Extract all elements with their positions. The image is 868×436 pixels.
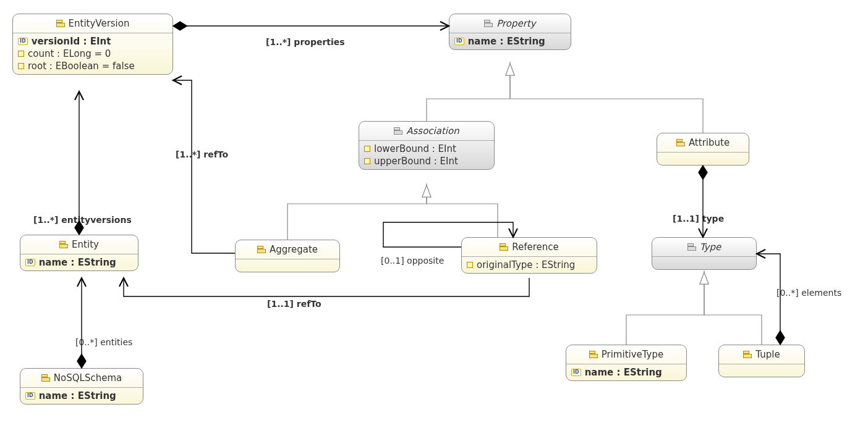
edge-label-elements: [0..*] elements (777, 288, 841, 298)
attr-text: lowerBound : EInt (374, 143, 456, 154)
attr-text: upperBound : EInt (374, 156, 458, 167)
class-title: Attribute (689, 137, 730, 148)
attr-text: name : EString (585, 367, 662, 378)
id-attr-icon: ID (25, 392, 35, 400)
attr-text: count : ELong = 0 (28, 48, 111, 59)
attr-text: root : EBoolean = false (28, 61, 135, 72)
class-title: EntityVersion (69, 18, 130, 29)
class-attribute[interactable]: Attribute (657, 133, 749, 166)
attr-icon (18, 63, 24, 69)
class-title: Reference (512, 241, 559, 253)
attr-icon (467, 262, 473, 268)
class-icon (500, 243, 508, 251)
class-icon (41, 374, 50, 382)
edge-label-entityversions: [1..*] entityversions (33, 215, 132, 225)
class-type[interactable]: Type (652, 237, 757, 270)
class-icon (743, 351, 752, 358)
attr-text: name : EString (39, 257, 116, 268)
abstract-class-icon (394, 127, 402, 135)
class-primitivetype[interactable]: PrimitiveType ID name : EString (566, 345, 687, 381)
class-entity[interactable]: Entity ID name : EString (20, 235, 138, 271)
id-attr-icon: ID (25, 259, 35, 266)
class-icon (676, 139, 685, 146)
class-icon (56, 20, 65, 27)
class-reference[interactable]: Reference originalType : EString (461, 237, 597, 274)
class-tuple[interactable]: Tuple (718, 345, 805, 377)
diagram-canvas: EntityVersion ID versionId : EInt count … (0, 0, 868, 436)
edge-label-opposite: [0..1] opposite (381, 256, 444, 266)
id-attr-icon: ID (571, 369, 581, 376)
class-property[interactable]: Property ID name : EString (449, 14, 571, 50)
attr-icon (18, 51, 24, 57)
attr-icon (364, 146, 370, 152)
attr-text: name : EString (39, 390, 116, 401)
class-entityversion[interactable]: EntityVersion ID versionId : EInt count … (12, 14, 173, 75)
class-title: PrimitiveType (602, 349, 664, 360)
class-aggregate[interactable]: Aggregate (235, 240, 340, 272)
attr-text: name : EString (468, 36, 545, 47)
abstract-class-icon (484, 20, 493, 27)
class-title: Entity (72, 239, 99, 250)
class-association[interactable]: Association lowerBound : EInt upperBound… (359, 121, 495, 170)
class-title: Type (700, 241, 721, 253)
attr-text: originalType : EString (477, 259, 575, 270)
class-icon (257, 246, 266, 253)
attr-text: versionId : EInt (32, 36, 111, 47)
edge-label-type: [1..1] type (673, 214, 724, 224)
id-attr-icon: ID (18, 38, 28, 45)
class-title: Aggregate (270, 244, 318, 255)
edge-label-refto-reference: [1..1] refTo (267, 299, 321, 309)
abstract-class-icon (687, 243, 696, 251)
class-icon (59, 241, 68, 248)
class-title: NoSQLSchema (54, 372, 122, 384)
edge-label-refto-aggregate: [1..*] refTo (176, 149, 228, 159)
class-title: Property (496, 18, 535, 29)
id-attr-icon: ID (454, 38, 464, 45)
class-nosqlschema[interactable]: NoSQLSchema ID name : EString (20, 368, 143, 405)
attr-icon (364, 158, 370, 164)
class-icon (589, 351, 598, 358)
edge-label-properties: [1..*] properties (266, 37, 345, 47)
class-title: Association (406, 125, 459, 136)
class-title: Tuple (755, 349, 780, 360)
edge-label-entities: [0..*] entities (75, 337, 132, 347)
